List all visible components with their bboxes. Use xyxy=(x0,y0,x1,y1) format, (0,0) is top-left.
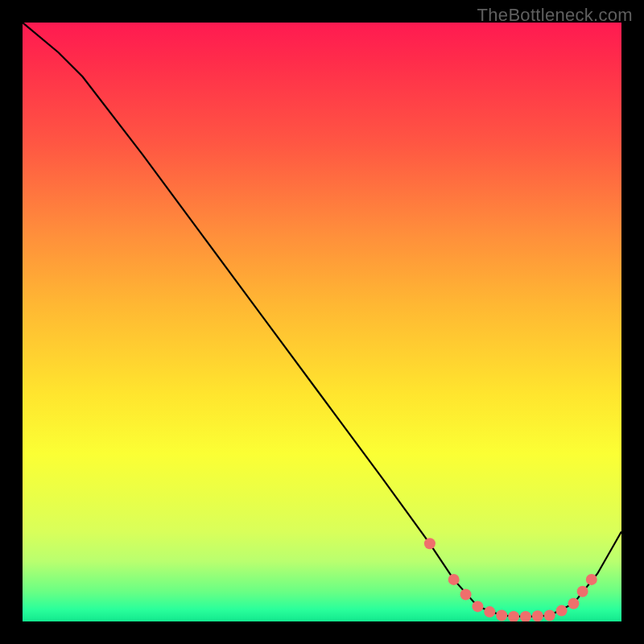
watermark-text: TheBottleneck.com xyxy=(477,5,633,26)
plot-gradient-area xyxy=(23,23,621,621)
chart-frame: TheBottleneck.com xyxy=(0,0,644,644)
